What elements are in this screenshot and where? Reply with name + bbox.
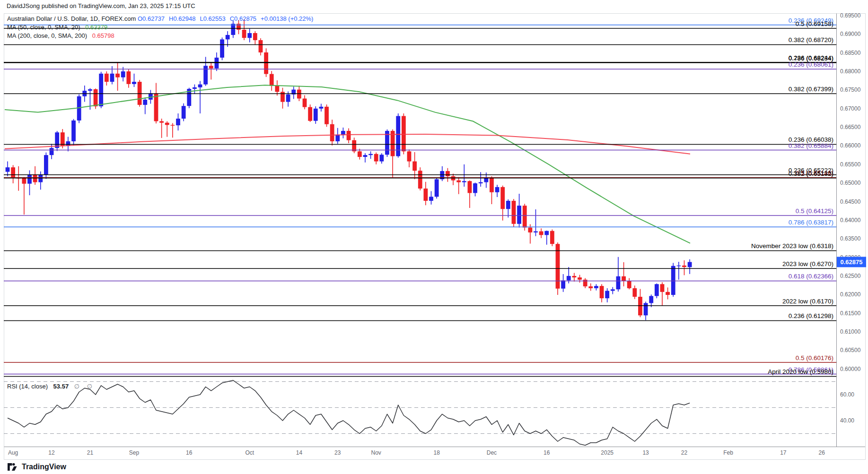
rsi-legend[interactable]: RSI (14, close) 53.57 ∅ ∅ — [7, 383, 95, 390]
level-label: 0.382 (0.68720) — [789, 36, 833, 43]
svg-text:18: 18 — [433, 449, 440, 456]
svg-text:0.62000: 0.62000 — [840, 291, 861, 298]
level-label: 0.5 (0.60176) — [796, 354, 833, 362]
svg-text:2025: 2025 — [601, 449, 614, 456]
svg-text:0.62875: 0.62875 — [841, 259, 863, 266]
svg-text:0.68000: 0.68000 — [840, 68, 861, 75]
time-axis[interactable]: Aug1221Sep16Oct1423Nov18Dec1620251322Feb… — [8, 449, 825, 456]
svg-text:26: 26 — [819, 449, 825, 456]
svg-text:0.66000: 0.66000 — [840, 142, 861, 149]
svg-text:0.61500: 0.61500 — [840, 310, 861, 317]
open-value: O0.62737 — [138, 15, 165, 22]
svg-text:Sep: Sep — [129, 449, 140, 456]
svg-text:Oct: Oct — [245, 449, 254, 456]
svg-text:0.66500: 0.66500 — [840, 124, 861, 130]
tradingview-logo-icon — [8, 462, 18, 472]
svg-text:40.00: 40.00 — [840, 417, 854, 424]
legend-ma200-row[interactable]: MA (200, close, 0, SMA, 200) 0.65798 — [7, 32, 317, 40]
svg-text:Feb: Feb — [723, 449, 733, 456]
publish-text: DavidJSong published on TradingView.com,… — [7, 2, 195, 9]
chart-legend: Australian Dollar / U.S. Dollar, 1D, FOR… — [7, 15, 317, 40]
svg-text:0.62500: 0.62500 — [840, 273, 861, 279]
svg-text:16: 16 — [186, 449, 193, 456]
rsi-empty-values: ∅ ∅ — [74, 383, 95, 390]
svg-text:0.63500: 0.63500 — [840, 235, 861, 242]
symbol-title: Australian Dollar / U.S. Dollar, 1D, FOR… — [7, 15, 136, 22]
legend-symbol-row[interactable]: Australian Dollar / U.S. Dollar, 1D, FOR… — [7, 15, 317, 23]
current-price-badge: 0.62875 — [837, 257, 866, 267]
rsi-line — [8, 380, 690, 446]
price-chart-canvas[interactable]: 0.695000.690000.685000.680000.675000.670… — [0, 0, 868, 474]
high-value: H0.62948 — [169, 15, 195, 22]
ma50-label: MA (50, close, 0, SMA, 20) — [7, 24, 80, 31]
level-label: 0.236 (0.68061) — [789, 61, 833, 68]
svg-text:0.67500: 0.67500 — [840, 86, 861, 93]
level-label: April 2020 low (0.5980) — [768, 368, 833, 375]
rsi-label: RSI (14, close) — [7, 383, 48, 390]
svg-text:21: 21 — [87, 449, 94, 456]
svg-text:60.00: 60.00 — [840, 391, 854, 398]
level-label: 2022 low (0.6170) — [782, 298, 833, 305]
level-label: 0.382 (0.65132) — [789, 170, 833, 177]
svg-text:Dec: Dec — [487, 449, 497, 456]
level-label: 0.5 (0.64125) — [796, 207, 833, 215]
publish-bar: DavidJSong published on TradingView.com,… — [7, 2, 195, 9]
svg-text:Aug: Aug — [8, 449, 18, 456]
svg-text:14: 14 — [296, 449, 303, 456]
ma200-value: 0.65798 — [92, 32, 114, 39]
ma200-label: MA (200, close, 0, SMA, 200) — [7, 32, 87, 39]
svg-text:0.65000: 0.65000 — [840, 180, 861, 186]
svg-text:12: 12 — [48, 449, 55, 456]
level-label: 0.618 (0.62366) — [789, 273, 833, 280]
level-label: 0.786 (0.63817) — [789, 219, 833, 226]
level-label: 0.382 (0.67399) — [789, 86, 833, 93]
svg-text:23: 23 — [334, 449, 341, 456]
tradingview-logo-text: TradingView — [22, 463, 66, 471]
ma50-value: 0.63379 — [85, 24, 107, 31]
rsi-value: 53.57 — [53, 383, 69, 390]
legend-ma50-row[interactable]: MA (50, close, 0, SMA, 20) 0.63379 — [7, 23, 317, 32]
level-label: 0.236 (0.61298) — [789, 312, 833, 319]
close-value: C0.62875 — [230, 15, 256, 22]
svg-text:0.65500: 0.65500 — [840, 161, 861, 168]
svg-text:0.60500: 0.60500 — [840, 347, 861, 353]
tradingview-logo[interactable]: TradingView — [8, 462, 66, 472]
rsi-pane: 60.0040.00 — [4, 380, 854, 446]
price-axis[interactable]: 0.695000.690000.685000.680000.675000.670… — [840, 12, 861, 372]
svg-text:0.67000: 0.67000 — [840, 105, 861, 112]
level-label: 0.5 (0.69158) — [796, 20, 833, 27]
level-label: 0.382 (0.65884) — [789, 142, 833, 149]
ma50-line — [5, 85, 690, 243]
svg-text:0.64000: 0.64000 — [840, 217, 861, 224]
svg-text:0.69000: 0.69000 — [840, 31, 861, 37]
svg-text:0.60000: 0.60000 — [840, 366, 861, 372]
level-label: November 2023 low (0.6318) — [751, 242, 833, 250]
svg-text:22: 22 — [681, 449, 688, 456]
svg-text:16: 16 — [544, 449, 550, 456]
svg-text:0.61000: 0.61000 — [840, 328, 861, 335]
svg-text:0.64500: 0.64500 — [840, 198, 861, 205]
svg-text:0.69500: 0.69500 — [840, 12, 861, 19]
level-label: 2023 low (0.6270) — [782, 260, 833, 267]
chart-frame — [4, 14, 866, 460]
change-value: +0.00138 (+0.22%) — [261, 15, 313, 22]
svg-text:13: 13 — [642, 449, 649, 456]
ohlc-values: O0.62737H0.62948L0.62553C0.62875+0.00138… — [138, 15, 317, 22]
svg-text:17: 17 — [780, 449, 787, 456]
low-value: L0.62553 — [200, 15, 225, 22]
candlestick-series — [6, 19, 692, 320]
svg-text:Nov: Nov — [371, 449, 381, 456]
svg-text:0.68500: 0.68500 — [840, 50, 861, 56]
